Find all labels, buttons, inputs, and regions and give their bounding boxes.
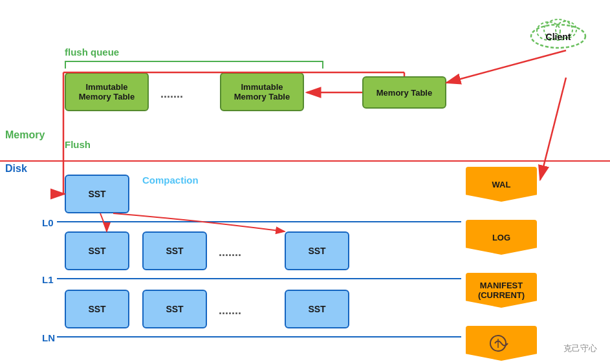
l1-label: L1 xyxy=(42,274,54,285)
watermark: 克己守心 xyxy=(563,343,597,354)
ln-sst-3: SST xyxy=(285,290,349,328)
l1-line xyxy=(57,278,461,279)
svg-line-9 xyxy=(446,50,566,83)
memory-label: Memory xyxy=(5,129,45,141)
memory-disk-line xyxy=(0,160,610,162)
svg-text:Client: Client xyxy=(546,32,571,42)
log-bookmark: LOG xyxy=(466,220,537,255)
wal-bookmark: WAL xyxy=(466,167,537,202)
icon-bookmark xyxy=(466,326,537,361)
l1-sst-2: SST xyxy=(142,231,207,270)
dots-1: ....... xyxy=(160,87,183,101)
ln-sst-2: SST xyxy=(142,290,207,328)
flush-queue-line-right xyxy=(322,61,323,69)
l0-label: L0 xyxy=(42,217,54,228)
flush-queue-line xyxy=(65,61,323,62)
manifest-bookmark: MANIFEST(CURRENT) xyxy=(466,273,537,308)
ln-sst-1: SST xyxy=(65,290,129,328)
immutable-memory-table-2: ImmutableMemory Table xyxy=(220,72,304,111)
flush-queue-line-left xyxy=(65,61,66,69)
ln-label: LN xyxy=(42,332,55,343)
disk-label: Disk xyxy=(5,163,27,175)
ln-line xyxy=(57,336,461,337)
l0-sst-1: SST xyxy=(65,175,129,213)
diagram: Client flush queue ImmutableMemory Table… xyxy=(0,0,610,364)
flush-queue-label: flush queue xyxy=(65,47,119,58)
client-cloud: Client xyxy=(526,12,591,50)
dots-2: ....... xyxy=(219,246,241,259)
dots-3: ....... xyxy=(219,304,241,317)
flush-label: Flush xyxy=(65,139,91,150)
l1-sst-3: SST xyxy=(285,231,349,270)
svg-line-15 xyxy=(540,78,566,180)
l1-sst-1: SST xyxy=(65,231,129,270)
compaction-label: Compaction xyxy=(142,175,199,186)
memory-table: Memory Table xyxy=(362,76,446,109)
immutable-memory-table-1: ImmutableMemory Table xyxy=(65,72,149,111)
l0-line xyxy=(57,221,461,222)
